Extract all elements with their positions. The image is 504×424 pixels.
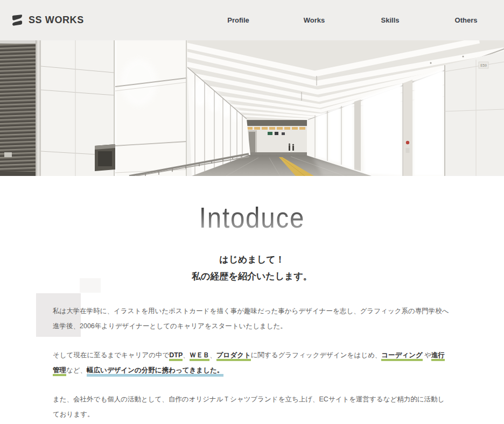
text-segment: に関するグラフィックデザインをはじめ、	[251, 351, 381, 359]
text-segment: 、	[209, 351, 216, 359]
text-segment: や	[423, 351, 431, 359]
hero-sign-e59: E59	[479, 62, 488, 68]
introduce-section: Intoduce はじめまして！ 私の経歴を紹介いたします。 私は大学在学時に、…	[0, 176, 504, 424]
intro-paragraph-3: また、会社外でも個人の活動として、自作のオリジナルＴシャツブランドを立ち上げ、E…	[53, 392, 451, 424]
logo-text: SS WORKS	[29, 15, 84, 26]
highlighted-phrase-wide-design: 幅広いデザインの分野に携わってきました。	[87, 366, 223, 377]
highlighted-term-product: プロダクト	[216, 351, 251, 361]
highlighted-term-web: ＷＥＢ	[190, 351, 210, 361]
main-nav: Profile Works Skills Others	[200, 16, 504, 24]
highlighted-term-dtp: DTP	[169, 351, 183, 361]
header: SS WORKS Profile Works Skills Others	[0, 0, 504, 40]
text-segment: など、	[66, 366, 87, 374]
intro-paragraph-2: そして現在に至るまでキャリアの中でDTP、ＷＥＢ、プロダクトに関するグラフィック…	[53, 348, 451, 378]
greeting-line-2: 私の経歴を紹介いたします。	[0, 268, 504, 285]
highlighted-term-coding: コーディング	[381, 351, 422, 361]
hero-shutter	[0, 40, 41, 176]
greeting-text: はじめまして！ 私の経歴を紹介いたします。	[0, 251, 504, 285]
svg-text:E59: E59	[480, 63, 487, 67]
intro-paragraph-1: 私は大学在学時に、イラストを用いたポストカードを描く事が趣味だった事からデザイナ…	[53, 303, 451, 334]
ss-works-logo-icon	[11, 14, 24, 27]
decor-block-small	[80, 278, 101, 293]
logo: SS WORKS	[11, 14, 84, 27]
text-segment: そして現在に至るまでキャリアの中で	[53, 351, 169, 359]
text-segment: 、	[183, 351, 190, 359]
nav-item-profile[interactable]: Profile	[200, 16, 276, 24]
hero-left-wall	[41, 40, 187, 176]
nav-item-works[interactable]: Works	[276, 16, 352, 24]
nav-item-others[interactable]: Others	[428, 16, 504, 24]
nav-item-skills[interactable]: Skills	[352, 16, 428, 24]
greeting-line-1: はじめまして！	[0, 251, 504, 268]
hero-corridor-end	[245, 120, 307, 156]
hero-image: E59	[0, 40, 504, 176]
intro-body: 私は大学在学時に、イラストを用いたポストカードを描く事が趣味だった事からデザイナ…	[53, 303, 451, 424]
paragraph-3-line-1: また、会社外でも個人の活動として、自作のオリジナルＴシャツブランドを立ち上げ、E…	[53, 395, 444, 418]
section-title: Intoduce	[30, 201, 474, 234]
